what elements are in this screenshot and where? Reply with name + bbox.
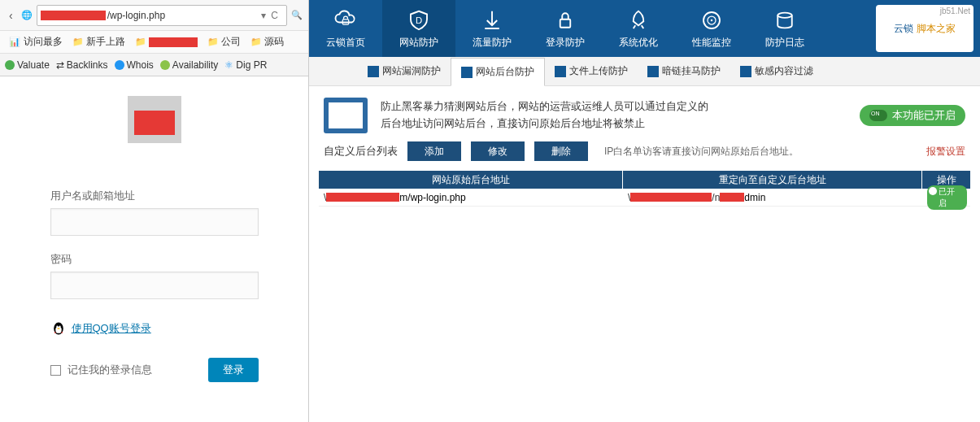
list-label: 自定义后台列表 xyxy=(324,144,398,159)
log-icon xyxy=(773,8,797,33)
cell-original: \m/wp-login.php xyxy=(319,192,623,203)
redacted-host xyxy=(326,193,399,202)
globe-icon xyxy=(115,60,124,70)
tab-sensitive[interactable]: 敏感内容过滤 xyxy=(730,57,823,85)
svg-point-4 xyxy=(57,328,59,329)
top-nav: 云锁首页 D 网站防护 流量防护 登录防护 系统优化 性能监控 防护日志 云锁 … xyxy=(309,0,980,57)
qq-penguin-icon xyxy=(50,320,67,337)
bookmark-new-user[interactable]: 新手上路 xyxy=(69,33,128,50)
upload-icon xyxy=(555,66,566,77)
login-form: 用户名或邮箱地址 密码 使用QQ账号登录 记住我的登录信息 登录 xyxy=(31,169,278,398)
lock-icon xyxy=(553,8,577,33)
bracket-icon xyxy=(368,66,379,77)
bookmark-source[interactable]: 源码 xyxy=(247,33,287,50)
network-icon: ⚛ xyxy=(224,59,233,71)
orig-suffix: m/wp-login.php xyxy=(399,192,465,203)
watermark: jb51.Net xyxy=(940,7,970,15)
bookmark-redacted[interactable] xyxy=(132,35,201,49)
tab-admin-protect[interactable]: 网站后台防护 xyxy=(451,58,545,86)
feature-description: 防止黑客暴力猜测网站后台，网站的运营或运维人员可以通过自定义的 后台地址访问网站… xyxy=(309,86,980,141)
traffic-icon xyxy=(480,8,504,33)
back-button[interactable]: ‹ xyxy=(5,9,17,22)
shield-icon: D xyxy=(407,8,431,33)
tool-backlinks[interactable]: ⇄Backlinks xyxy=(56,59,108,71)
redir-suffix: dmin xyxy=(744,192,765,203)
sub-tabs: 网站漏洞防护 网站后台防护 文件上传防护 暗链挂马防护 敏感内容过滤 xyxy=(309,57,980,86)
qq-login-link[interactable]: 使用QQ账号登录 xyxy=(72,321,151,336)
alarm-settings-link[interactable]: 报警设置 xyxy=(926,145,965,159)
redacted-path xyxy=(720,193,744,202)
toggle-on-icon xyxy=(869,110,887,121)
remember-label[interactable]: 记住我的登录信息 xyxy=(50,363,152,377)
delete-button[interactable]: 删除 xyxy=(534,141,588,161)
nav-sys-opt[interactable]: 系统优化 xyxy=(602,0,675,57)
svg-point-3 xyxy=(59,326,60,328)
svg-rect-7 xyxy=(560,19,571,27)
tab-vuln[interactable]: 网站漏洞防护 xyxy=(358,57,451,85)
brand-box[interactable]: 云锁 脚本之家 jb51.Net xyxy=(876,5,973,52)
refresh-icon: ⇄ xyxy=(56,59,64,71)
search-icon[interactable]: 🔍 xyxy=(290,9,303,22)
tab-darklink[interactable]: 暗链挂马防护 xyxy=(638,57,730,85)
seo-toolbar: Valuate ⇄Backlinks Whois Availability ⚛D… xyxy=(0,54,308,76)
rules-table: 网站原始后台地址 重定向至自定义后台地址 操作 \m/wp-login.php … xyxy=(309,171,980,207)
tool-valuate[interactable]: Valuate xyxy=(5,59,50,71)
username-label: 用户名或邮箱地址 xyxy=(50,189,259,203)
dollar-icon xyxy=(5,60,15,70)
target-icon xyxy=(699,8,724,33)
cell-redirect: \/ndmin xyxy=(623,192,922,203)
svg-point-11 xyxy=(777,12,792,17)
action-row: 自定义后台列表 添加 修改 删除 IP白名单访客请直接访问网站原始后台地址。 报… xyxy=(309,141,980,171)
url-input[interactable]: /wp-login.php ▾ C xyxy=(37,5,287,26)
check-icon xyxy=(160,60,170,70)
browser-pane: ‹ 🌐 /wp-login.php ▾ C 🔍 📊访问最多 新手上路 公司 源码… xyxy=(0,0,309,422)
cloud-lock-icon xyxy=(333,8,358,33)
nav-login-protect[interactable]: 登录防护 xyxy=(529,0,602,57)
login-submit-button[interactable]: 登录 xyxy=(208,358,259,382)
edit-button[interactable]: 修改 xyxy=(471,141,525,161)
bookmark-company[interactable]: 公司 xyxy=(204,33,244,50)
redacted-host2 xyxy=(630,193,712,202)
url-badge-c: C xyxy=(266,10,283,21)
svg-point-2 xyxy=(56,326,58,328)
feature-enabled-badge[interactable]: 本功能已开启 xyxy=(860,105,965,126)
chart-icon: 📊 xyxy=(8,36,21,49)
nav-traffic[interactable]: 流量防护 xyxy=(455,0,529,57)
nav-web-protect[interactable]: D 网站防护 xyxy=(382,0,455,57)
redacted-bookmark xyxy=(149,37,198,47)
tool-availability[interactable]: Availability xyxy=(160,59,218,71)
yunsuo-panel: 云锁首页 D 网站防护 流量防护 登录防护 系统优化 性能监控 防护日志 云锁 … xyxy=(309,0,980,422)
tab-upload[interactable]: 文件上传防护 xyxy=(545,57,638,85)
svg-point-10 xyxy=(711,19,713,21)
address-bar: ‹ 🌐 /wp-login.php ▾ C 🔍 xyxy=(0,0,308,31)
wp-login-area: 用户名或邮箱地址 密码 使用QQ账号登录 记住我的登录信息 登录 xyxy=(0,76,308,422)
tool-whois[interactable]: Whois xyxy=(115,59,154,71)
cell-status: 已开启 xyxy=(922,185,970,210)
qq-login-row: 使用QQ账号登录 xyxy=(50,320,259,337)
remember-checkbox[interactable] xyxy=(50,365,61,376)
col-original-url: 网站原始后台地址 xyxy=(319,171,623,189)
rocket-icon xyxy=(626,8,651,33)
password-label: 密码 xyxy=(50,252,259,267)
globe-icon: 🌐 xyxy=(20,9,33,22)
svg-point-1 xyxy=(55,327,62,333)
link-icon xyxy=(647,66,659,77)
table-row[interactable]: \m/wp-login.php \/ndmin 已开启 xyxy=(319,189,970,207)
bookmark-most-visited[interactable]: 📊访问最多 xyxy=(5,33,66,50)
svg-text:D: D xyxy=(416,15,422,24)
whitelist-hint: IP白名单访客请直接访问网站原始后台地址。 xyxy=(604,145,799,159)
nav-perf[interactable]: 性能监控 xyxy=(675,0,748,57)
add-button[interactable]: 添加 xyxy=(407,141,461,161)
tool-digpr[interactable]: ⚛Dig PR xyxy=(224,59,267,71)
row-enabled-toggle[interactable]: 已开启 xyxy=(927,185,967,210)
password-input[interactable] xyxy=(50,272,259,299)
redacted-domain xyxy=(41,11,106,20)
nav-home[interactable]: 云锁首页 xyxy=(309,0,382,57)
username-input[interactable] xyxy=(50,208,259,236)
nav-log[interactable]: 防护日志 xyxy=(748,0,821,57)
url-path: /wp-login.php xyxy=(107,10,262,21)
col-redirect-url: 重定向至自定义后台地址 xyxy=(623,171,922,189)
window-icon xyxy=(461,67,473,78)
site-logo xyxy=(128,96,181,143)
bookmarks-bar: 📊访问最多 新手上路 公司 源码 xyxy=(0,31,308,54)
